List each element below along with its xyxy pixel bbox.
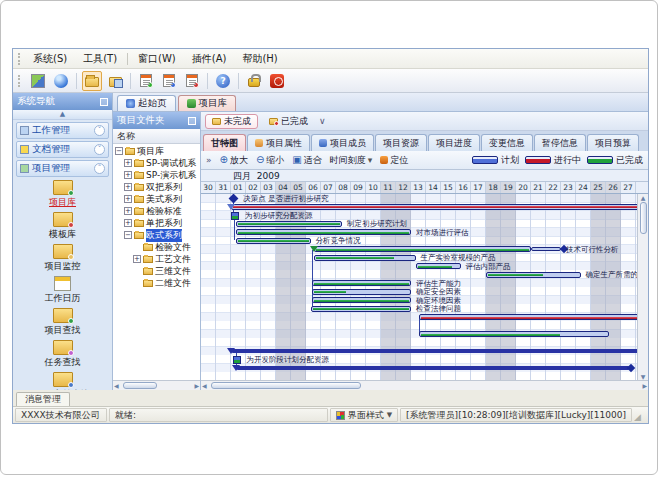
sidebar-item-4[interactable]: 工作日历 (13, 276, 112, 305)
scroll-down-icon[interactable]: ▼ (641, 373, 646, 380)
pin-icon[interactable] (100, 98, 108, 106)
tree-node-9[interactable]: 检验文件 (113, 241, 200, 253)
toolbar-button-power[interactable] (267, 71, 287, 91)
gantt-task-bar[interactable] (312, 280, 411, 286)
tree-scroll-thumb[interactable] (123, 382, 157, 389)
locate-button[interactable]: 定位 (380, 154, 408, 167)
tree-node-11[interactable]: 三维文件 (113, 265, 200, 277)
chevron-up-icon[interactable]: ˄ (94, 163, 105, 174)
expand-icon[interactable]: + (124, 207, 132, 215)
tree-node-3[interactable]: +SP-演示机系 (113, 169, 200, 181)
tree-node-2[interactable]: +SP-调试机系 (113, 157, 200, 169)
menu-item-1[interactable]: 系统(S) (25, 50, 75, 68)
scroll-right-icon[interactable]: ▶ (642, 381, 647, 390)
chevron-down-icon[interactable]: ˅ (94, 144, 105, 155)
tree-horizontal-scrollbar[interactable]: ◀ ▶ (113, 380, 200, 390)
gantt-task-bar[interactable] (314, 255, 416, 261)
toolbar-button-globe[interactable] (51, 71, 71, 91)
sidebar-item-2[interactable]: 模板库 (13, 212, 112, 241)
gantt-task-bar[interactable] (236, 366, 630, 370)
expand-icon[interactable]: + (124, 183, 132, 191)
tree-node-6[interactable]: +检验标准 (113, 205, 200, 217)
sidebar-item-3[interactable]: 项目监控 (13, 244, 112, 273)
toolbar-button-calendar-delete[interactable] (182, 71, 202, 91)
doc-tab-1[interactable]: 起始页 (117, 95, 176, 111)
filter-button-1[interactable]: 未完成 (205, 114, 258, 129)
toolbar-button-picture[interactable] (28, 71, 48, 91)
collapse-icon[interactable]: − (115, 147, 123, 155)
menu-item-4[interactable]: 插件(A) (184, 50, 235, 68)
gantt-task-bar[interactable] (236, 229, 412, 235)
doc-tab-2[interactable]: 项目库 (178, 95, 237, 111)
gantt-task-bar[interactable] (231, 349, 637, 353)
sidebar-item-7[interactable]: 项目文档查找 (13, 372, 112, 390)
scroll-up-icon[interactable]: ▲ (641, 194, 646, 201)
expand-icon[interactable]: + (124, 219, 132, 227)
gantt-mini-bar[interactable] (231, 212, 239, 220)
gantt-plot[interactable]: 决策点 是否进行初步研究为初步研究分配资源制定初步研究计划对市场进行评估分析竞争… (201, 194, 637, 380)
sidebar-item-1[interactable]: 项目库 (13, 180, 112, 209)
zoom-out-button[interactable]: ⊖缩小 (256, 154, 284, 167)
sidebar-section-3[interactable]: 项目管理˄ (16, 160, 109, 177)
pin-icon[interactable] (188, 117, 196, 125)
gantt-task-bar[interactable] (236, 221, 343, 227)
gantt-task-bar[interactable] (486, 272, 581, 278)
tree-node-4[interactable]: +双把系列 (113, 181, 200, 193)
expand-icon[interactable]: + (124, 171, 132, 179)
gantt-tab-2[interactable]: 项目属性 (247, 134, 310, 151)
menu-item-5[interactable]: 帮助(H) (234, 50, 285, 68)
tree-node-1[interactable]: −项目库 (113, 145, 200, 157)
toolbar-button-folder-open[interactable] (82, 71, 102, 91)
gantt-task-bar[interactable] (314, 246, 532, 252)
expand-icon[interactable]: + (124, 159, 132, 167)
toolbar-button-calendar-edit[interactable] (159, 71, 179, 91)
expand-icon[interactable]: + (124, 195, 132, 203)
expand-icon[interactable]: + (133, 255, 141, 263)
collapse-icon[interactable]: − (124, 231, 132, 239)
vertical-scrollbar[interactable]: ▲ ▼ (637, 194, 648, 380)
gantt-task-bar[interactable] (311, 306, 412, 312)
menu-item-3[interactable]: 窗口(W) (130, 50, 184, 68)
message-management-tab[interactable]: 消息管理 (16, 392, 70, 406)
gantt-tab-7[interactable]: 暂停信息 (534, 134, 586, 151)
gantt-task-bar[interactable] (236, 238, 311, 244)
sidebar-scroll-up-button[interactable]: ▲ (13, 110, 112, 120)
toolbar-button-help[interactable]: ? (213, 71, 233, 91)
gantt-task-bar[interactable] (419, 331, 610, 337)
gantt-tab-3[interactable]: 项目成员 (311, 134, 374, 151)
gantt-scroll-thumb[interactable] (211, 382, 361, 389)
scroll-right-icon[interactable]: ▶ (194, 381, 199, 390)
gantt-tab-6[interactable]: 变更信息 (481, 134, 533, 151)
scroll-left-icon[interactable]: ◀ (202, 381, 207, 390)
gantt-task-bar[interactable] (312, 289, 411, 295)
time-scale-button[interactable]: 时间刻度▾ (330, 154, 373, 167)
tree-node-12[interactable]: 二维文件 (113, 277, 200, 289)
filter-button-2[interactable]: 已完成 (262, 114, 315, 129)
sidebar-item-5[interactable]: 项目查找 (13, 308, 112, 337)
toolbar-button-folder-window[interactable] (105, 71, 125, 91)
resize-grip[interactable]: ◢ (634, 408, 646, 422)
toolbar-button-calendar-new[interactable] (136, 71, 156, 91)
gantt-milestone[interactable] (229, 194, 239, 203)
tree-column-header[interactable]: 名称 (113, 129, 200, 144)
tree-node-7[interactable]: +单把系列 (113, 217, 200, 229)
tree-node-5[interactable]: +美式系列 (113, 193, 200, 205)
gantt-task-bar[interactable] (419, 314, 638, 320)
tree-node-8[interactable]: −欧式系列 (113, 229, 200, 241)
fit-button[interactable]: ▣适合 (292, 154, 321, 167)
gantt-tab-5[interactable]: 项目进度 (428, 134, 480, 151)
gantt-task-bar[interactable] (231, 204, 637, 210)
zoom-in-button[interactable]: ⊕放大 (220, 154, 248, 167)
gantt-task-bar[interactable] (312, 297, 411, 303)
scroll-left-icon[interactable]: ◀ (114, 381, 119, 390)
gantt-tab-8[interactable]: 项目预算 (587, 134, 639, 151)
toolbar-button-lock[interactable] (244, 71, 264, 91)
gantt-overflow-button[interactable]: » (206, 155, 212, 165)
filter-overflow-button[interactable]: ∨ (319, 116, 326, 126)
gantt-horizontal-scrollbar[interactable]: ◀ ▶ (201, 380, 648, 390)
gantt-tab-4[interactable]: 项目资源 (375, 134, 427, 151)
vertical-scroll-thumb[interactable] (640, 202, 647, 234)
gantt-mini-bar[interactable] (233, 356, 241, 364)
tree-node-10[interactable]: +工艺文件 (113, 253, 200, 265)
chevron-down-icon[interactable]: ˅ (94, 125, 105, 136)
